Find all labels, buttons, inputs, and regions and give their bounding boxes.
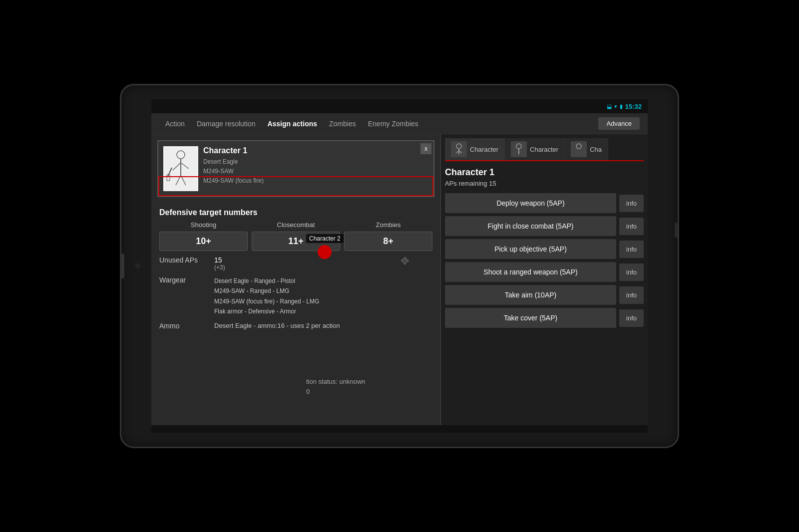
col-shooting: Shooting: [159, 221, 248, 229]
status-icons: ⬓ ▾ ▮ 15:32: [607, 103, 642, 110]
side-button-right[interactable]: [675, 223, 678, 238]
char-weapon-3: M249-SAW (focus fire): [203, 176, 428, 186]
left-panel: Character 1 Desert Eagle M249-SAW M249-S…: [151, 134, 441, 425]
unused-ap-value: 15: [214, 256, 225, 264]
fight-close-combat-info-button[interactable]: info: [619, 218, 644, 235]
take-cover-button[interactable]: Take cover (5AP): [445, 308, 616, 328]
char-avatar-image: [165, 148, 197, 190]
wargear-item-3: M249-SAW (focus fire) - Ranged - LMG: [214, 296, 319, 306]
char-name: Character 1: [203, 146, 428, 155]
shoot-ranged-weapon-info-button[interactable]: info: [619, 264, 644, 281]
wifi-icon: ▾: [614, 103, 617, 110]
char-tab-3[interactable]: Cha: [565, 138, 608, 160]
unused-ap-label: Unused APs: [159, 256, 209, 264]
defense-title: Defensive target numbers: [159, 208, 432, 217]
unused-ap-sub: (+3): [214, 264, 225, 271]
defense-col-labels: Shooting Closecombat Zombies: [159, 221, 432, 229]
status-num: 0: [306, 388, 310, 395]
character-card: Character 1 Desert Eagle M249-SAW M249-S…: [157, 140, 434, 197]
unused-ap-row: Unused APs 15 (+3): [159, 256, 432, 271]
close-card-button[interactable]: x: [420, 143, 431, 154]
col-zombies: Zombies: [344, 221, 432, 229]
char-info: Character 1 Desert Eagle M249-SAW M249-S…: [203, 146, 428, 186]
tab-zombies[interactable]: Zombies: [323, 118, 362, 130]
tab-assign-actions[interactable]: Assign actions: [261, 118, 323, 130]
take-aim-info-button[interactable]: info: [619, 286, 644, 304]
deploy-weapon-info-button[interactable]: info: [619, 195, 644, 212]
recents-button[interactable]: ⬜: [547, 429, 580, 433]
char-tab-2-avatar: [511, 141, 527, 157]
camera: [135, 264, 140, 268]
char2-dot[interactable]: [318, 245, 332, 259]
char-avatar: [163, 146, 198, 191]
val-zombies: 8+: [344, 232, 432, 251]
tablet-device: ⬓ ▾ ▮ 15:32 Action Damage resolution Ass…: [120, 84, 679, 448]
action-row-5: Take aim (10AP) info: [445, 285, 644, 305]
action-row-3: Pick up objective (5AP) info: [445, 239, 644, 259]
wargear-item-4: Flak armor - Defensive - Armor: [214, 306, 319, 316]
status-text: tion status: unknown: [306, 378, 366, 385]
defense-values: 10+ 11+ 8+: [159, 232, 432, 251]
char-detail-name: Character 1: [445, 167, 644, 178]
char-weapon-1: Desert Eagle: [203, 157, 428, 167]
col-closecombat: Closecombat: [252, 221, 340, 229]
advance-button[interactable]: Advance: [598, 117, 640, 130]
take-cover-info-button[interactable]: info: [619, 309, 644, 327]
wargear-item-2: M249-SAW - Ranged - LMG: [214, 286, 319, 296]
char2-label: Character 2: [306, 234, 344, 243]
status-bar: ⬓ ▾ ▮ 15:32: [151, 99, 648, 113]
action-row-2: Fight in close combat (5AP) info: [445, 216, 644, 236]
pick-up-objective-button[interactable]: Pick up objective (5AP): [445, 239, 616, 259]
wargear-item-1: Desert Eagle - Ranged - Pistol: [214, 276, 319, 286]
deploy-weapon-button[interactable]: Deploy weapon (5AP): [445, 193, 616, 213]
side-button-left[interactable]: [121, 254, 124, 278]
char-tab-1[interactable]: Character: [445, 138, 505, 161]
char-tab-2-label: Character: [530, 146, 558, 153]
status-time: 15:32: [625, 103, 642, 110]
home-button[interactable]: ⌂: [385, 429, 411, 433]
char-tab-1-label: Character: [470, 146, 498, 153]
tab-action[interactable]: Action: [159, 118, 191, 130]
wargear-label: Wargear: [159, 276, 209, 317]
bottom-nav: ← ⌂ ⬜: [151, 425, 648, 433]
char-tab-3-avatar: [571, 141, 587, 157]
action-row-1: Deploy weapon (5AP) info: [445, 193, 644, 213]
char-detail-ap: APs remaining 15: [445, 180, 644, 187]
back-button[interactable]: ←: [219, 429, 250, 433]
char2-popup: Character 2: [306, 234, 344, 259]
take-aim-button[interactable]: Take aim (10AP): [445, 285, 616, 305]
defense-section: Defensive target numbers Shooting Closec…: [151, 203, 440, 335]
tab-enemy-zombies[interactable]: Enemy Zombies: [362, 118, 424, 130]
wargear-items: Desert Eagle - Ranged - Pistol M249-SAW …: [214, 276, 319, 317]
char-tab-1-avatar: [451, 141, 467, 157]
right-panel: Character Character: [441, 134, 648, 425]
action-row-4: Shoot a ranged weapon (5AP) info: [445, 262, 644, 282]
fight-close-combat-button[interactable]: Fight in close combat (5AP): [445, 216, 616, 236]
tag-icon: ❖: [400, 254, 410, 268]
tablet-screen: ⬓ ▾ ▮ 15:32 Action Damage resolution Ass…: [151, 99, 648, 433]
wargear-row: Wargear Desert Eagle - Ranged - Pistol M…: [159, 276, 432, 317]
ammo-value: Desert Eagle - ammo:16 - uses 2 per acti…: [214, 322, 340, 330]
main-content: Character 1 Desert Eagle M249-SAW M249-S…: [151, 134, 648, 425]
battery-icon: ▮: [620, 103, 623, 110]
tab-damage[interactable]: Damage resolution: [191, 118, 262, 130]
char-tab-3-label: Cha: [590, 146, 602, 153]
nav-tabs: Action Damage resolution Assign actions …: [151, 113, 648, 134]
char-weapon-2: M249-SAW: [203, 167, 428, 176]
bluetooth-icon: ⬓: [607, 103, 612, 110]
shoot-ranged-weapon-button[interactable]: Shoot a ranged weapon (5AP): [445, 262, 616, 282]
action-row-6: Take cover (5AP) info: [445, 308, 644, 328]
pick-up-objective-info-button[interactable]: info: [619, 241, 644, 258]
ammo-label: Ammo: [159, 322, 209, 330]
ammo-row: Ammo Desert Eagle - ammo:16 - uses 2 per…: [159, 322, 432, 330]
val-shooting: 10+: [159, 232, 248, 251]
char-tab-2[interactable]: Character: [505, 138, 565, 160]
character-tabs: Character Character: [445, 138, 644, 161]
